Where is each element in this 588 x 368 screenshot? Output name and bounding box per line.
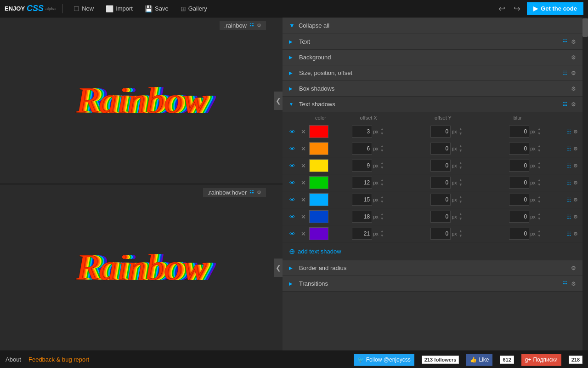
text-shadows-section-row[interactable]: ▼ Text shadows ☷ ⚙	[283, 97, 582, 112]
shadow-offsetx-input-0[interactable]	[352, 126, 372, 138]
shadow-del-2[interactable]: ✕	[298, 162, 308, 169]
shadow-blur-input-0[interactable]	[509, 126, 529, 138]
shadow-color-swatch-3[interactable]	[309, 176, 328, 189]
text-section-row[interactable]: ▶ Text ☷ ⚙	[283, 34, 582, 50]
shadow-offsety-spinner-3[interactable]: ▲▼	[458, 178, 463, 187]
shadow-blur-spinner-0[interactable]: ▲▼	[537, 127, 542, 136]
border-gear-icon[interactable]: ⚙	[571, 265, 576, 271]
text-shadows-link-icon[interactable]: ☷	[563, 101, 567, 107]
shadow-offsetx-spinner-6[interactable]: ▲▼	[380, 229, 384, 238]
shadow-del-3[interactable]: ✕	[298, 179, 308, 186]
shadow-link-icon-1[interactable]: ☷	[567, 146, 571, 152]
shadow-offsetx-input-5[interactable]	[352, 211, 372, 223]
shadow-color-swatch-2[interactable]	[309, 159, 328, 172]
text-shadows-gear-icon[interactable]: ⚙	[571, 101, 576, 108]
shadow-eye-6[interactable]: 👁	[287, 230, 297, 237]
shadow-link-icon-2[interactable]: ☷	[567, 163, 571, 169]
transitions-link-icon[interactable]: ☷	[563, 281, 567, 287]
twitter-follow-button[interactable]: 🐦 Follow @enjoycss	[354, 354, 414, 366]
shadow-offsety-spinner-6[interactable]: ▲▼	[458, 229, 463, 238]
top-gear-icon[interactable]: ⚙	[257, 23, 261, 29]
shadow-eye-0[interactable]: 👁	[287, 128, 297, 135]
gallery-button[interactable]: ⊞ Gallery	[177, 3, 211, 14]
shadow-gear-icon-3[interactable]: ⚙	[573, 180, 578, 186]
shadow-link-icon-0[interactable]: ☷	[567, 129, 571, 135]
shadow-color-swatch-5[interactable]	[309, 210, 328, 223]
shadow-offsetx-spinner-5[interactable]: ▲▼	[380, 212, 384, 221]
collapse-left-arrow-bottom[interactable]: ❮	[274, 259, 283, 277]
shadow-offsetx-spinner-3[interactable]: ▲▼	[380, 178, 384, 187]
import-button[interactable]: ⬜ Import	[102, 3, 136, 14]
background-gear-icon[interactable]: ⚙	[571, 54, 576, 61]
shadow-del-4[interactable]: ✕	[298, 196, 308, 203]
shadow-blur-input-1[interactable]	[509, 143, 529, 155]
shadow-offsety-spinner-1[interactable]: ▲▼	[458, 144, 463, 153]
shadow-eye-4[interactable]: 👁	[287, 196, 297, 203]
save-button[interactable]: 💾 Save	[141, 3, 172, 14]
shadow-eye-3[interactable]: 👁	[287, 179, 297, 186]
shadow-offsety-input-4[interactable]	[430, 194, 451, 206]
shadow-gear-icon-2[interactable]: ⚙	[573, 163, 578, 169]
shadow-gear-icon-5[interactable]: ⚙	[573, 214, 578, 220]
shadow-eye-2[interactable]: 👁	[287, 162, 297, 169]
shadow-link-icon-6[interactable]: ☷	[567, 231, 571, 237]
box-shadows-gear-icon[interactable]: ⚙	[571, 86, 576, 92]
right-scrollbar[interactable]	[582, 17, 588, 351]
undo-button[interactable]: ↩	[497, 2, 507, 16]
transitions-section-row[interactable]: ▶ Transitions ☷ ⚙	[283, 276, 582, 292]
shadow-eye-1[interactable]: 👁	[287, 145, 297, 152]
shadow-gear-icon-6[interactable]: ⚙	[573, 231, 578, 237]
shadow-del-6[interactable]: ✕	[298, 230, 308, 237]
size-link-icon[interactable]: ☷	[563, 70, 567, 76]
shadow-offsetx-spinner-1[interactable]: ▲▼	[380, 144, 384, 153]
shadow-offsety-input-6[interactable]	[430, 228, 451, 240]
shadow-gear-icon-4[interactable]: ⚙	[573, 197, 578, 203]
shadow-link-icon-4[interactable]: ☷	[567, 197, 571, 203]
bottom-link-icon[interactable]: ☷	[249, 190, 254, 196]
shadow-blur-input-2[interactable]	[509, 160, 529, 172]
add-text-shadow-button[interactable]: ⊕ add text shadow	[283, 242, 582, 260]
shadow-offsety-input-0[interactable]	[430, 126, 451, 138]
shadow-blur-spinner-3[interactable]: ▲▼	[537, 178, 542, 187]
get-code-button[interactable]: ▶ Get the code	[527, 2, 583, 15]
shadow-del-5[interactable]: ✕	[298, 213, 308, 220]
shadow-color-swatch-4[interactable]	[309, 193, 328, 206]
top-link-icon[interactable]: ☷	[249, 23, 254, 29]
shadow-gear-icon-1[interactable]: ⚙	[573, 146, 578, 152]
like-button[interactable]: 👍 Like	[466, 354, 492, 366]
redo-button[interactable]: ↪	[512, 2, 522, 16]
shadow-eye-5[interactable]: 👁	[287, 213, 297, 220]
shadow-link-icon-3[interactable]: ☷	[567, 180, 571, 186]
shadow-blur-spinner-4[interactable]: ▲▼	[537, 195, 542, 204]
shadow-offsety-spinner-2[interactable]: ▲▼	[458, 161, 463, 170]
size-section-row[interactable]: ▶ Size, position, offset ☷ ⚙	[283, 65, 582, 81]
shadow-offsetx-spinner-2[interactable]: ▲▼	[380, 161, 384, 170]
shadow-offsetx-spinner-4[interactable]: ▲▼	[380, 195, 384, 204]
shadow-del-0[interactable]: ✕	[298, 128, 308, 135]
shadow-blur-input-3[interactable]	[509, 177, 529, 189]
border-section-row[interactable]: ▶ Border and radius ⚙	[283, 260, 582, 276]
about-link[interactable]: About	[6, 356, 21, 363]
shadow-offsety-spinner-4[interactable]: ▲▼	[458, 195, 463, 204]
shadow-blur-spinner-5[interactable]: ▲▼	[537, 212, 542, 221]
shadow-offsetx-input-2[interactable]	[352, 160, 372, 172]
box-shadows-section-row[interactable]: ▶ Box shadows ⚙	[283, 81, 582, 97]
text-gear-icon[interactable]: ⚙	[571, 39, 576, 45]
new-button[interactable]: ☐ New	[70, 3, 97, 14]
shadow-color-swatch-1[interactable]	[309, 142, 328, 155]
shadow-offsety-spinner-0[interactable]: ▲▼	[458, 127, 463, 136]
shadow-offsetx-input-3[interactable]	[352, 177, 372, 189]
shadow-del-1[interactable]: ✕	[298, 145, 308, 152]
shadow-offsetx-input-1[interactable]	[352, 143, 372, 155]
shadow-offsety-input-2[interactable]	[430, 160, 451, 172]
feedback-link[interactable]: Feedback & bug report	[28, 356, 89, 363]
shadow-offsety-spinner-5[interactable]: ▲▼	[458, 212, 463, 221]
bottom-gear-icon[interactable]: ⚙	[257, 190, 261, 196]
shadow-blur-input-4[interactable]	[509, 194, 529, 206]
shadow-blur-spinner-1[interactable]: ▲▼	[537, 144, 542, 153]
transitions-gear-icon[interactable]: ⚙	[571, 281, 576, 287]
text-link-icon[interactable]: ☷	[563, 39, 567, 45]
shadow-blur-spinner-6[interactable]: ▲▼	[537, 229, 542, 238]
shadow-offsety-input-3[interactable]	[430, 177, 451, 189]
shadow-offsetx-input-4[interactable]	[352, 194, 372, 206]
